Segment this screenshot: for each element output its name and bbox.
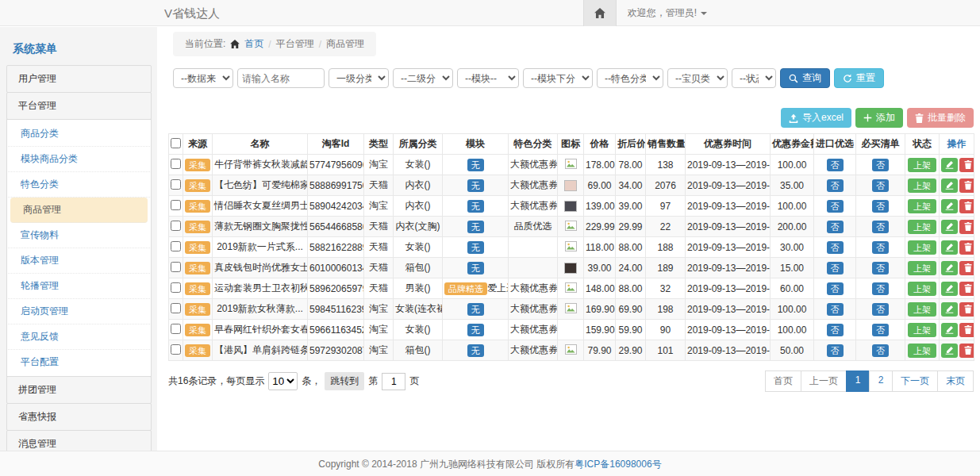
row-checkbox[interactable] — [171, 159, 181, 169]
batch-delete-button[interactable]: 批量删除 — [907, 108, 974, 128]
module-badge[interactable]: 无 — [467, 200, 484, 213]
module-badge[interactable]: 无 — [467, 303, 484, 316]
icp-link[interactable]: 粤ICP备16098006号 — [575, 459, 661, 470]
module-badge[interactable]: 无 — [467, 344, 484, 357]
delete-button[interactable] — [959, 199, 974, 213]
module-badge[interactable]: 无 — [467, 241, 484, 254]
import-select-toggle[interactable]: 否 — [827, 303, 844, 316]
sidebar-section-2[interactable]: 平台管理 — [6, 92, 152, 120]
sidebar-section-5[interactable]: 消息管理 — [6, 430, 152, 451]
status-button[interactable]: 上架 — [908, 323, 936, 337]
delete-button[interactable] — [959, 158, 974, 172]
filter-select-6[interactable]: --特色分类-- — [597, 68, 663, 88]
must-buy-toggle[interactable]: 否 — [872, 221, 889, 233]
row-checkbox[interactable] — [171, 241, 181, 251]
status-button[interactable]: 上架 — [908, 178, 936, 193]
delete-button[interactable] — [959, 323, 974, 337]
delete-button[interactable] — [959, 282, 974, 296]
import-select-toggle[interactable]: 否 — [827, 200, 844, 213]
sidebar-item[interactable]: 模块商品分类 — [8, 147, 150, 172]
row-checkbox[interactable] — [171, 324, 181, 334]
edit-button[interactable] — [941, 199, 958, 213]
filter-select-3[interactable]: --二级分类-- — [393, 68, 453, 88]
query-button[interactable]: 查询 — [780, 68, 830, 88]
import-select-toggle[interactable]: 否 — [827, 221, 844, 233]
must-buy-toggle[interactable]: 否 — [872, 324, 889, 336]
import-excel-button[interactable]: 导入excel — [781, 108, 851, 128]
must-buy-toggle[interactable]: 否 — [872, 179, 889, 192]
sidebar-section-4[interactable]: 省惠快报 — [6, 403, 152, 431]
edit-button[interactable] — [941, 282, 958, 296]
row-checkbox[interactable] — [171, 221, 181, 231]
module-badge[interactable]: 无 — [467, 159, 484, 171]
status-button[interactable]: 上架 — [908, 261, 936, 275]
jump-button[interactable]: 跳转到 — [325, 372, 364, 390]
module-badge[interactable]: 无 — [467, 262, 484, 274]
edit-button[interactable] — [941, 261, 958, 275]
filter-select-5[interactable]: --模块下分类-- — [523, 68, 593, 88]
select-all-checkbox[interactable] — [171, 138, 181, 148]
delete-button[interactable] — [959, 261, 974, 275]
status-button[interactable]: 上架 — [908, 158, 936, 172]
filter-select-4[interactable]: --模块-- — [457, 68, 519, 88]
delete-button[interactable] — [959, 178, 974, 193]
import-select-toggle[interactable]: 否 — [827, 324, 844, 336]
row-checkbox[interactable] — [171, 303, 181, 313]
per-page-select[interactable]: 10 — [268, 372, 298, 390]
must-buy-toggle[interactable]: 否 — [872, 200, 889, 213]
delete-button[interactable] — [959, 220, 974, 234]
add-button[interactable]: 添加 — [855, 108, 903, 128]
sidebar-item[interactable]: 商品管理 — [10, 198, 148, 223]
edit-button[interactable] — [941, 323, 958, 337]
sidebar-item[interactable]: 商品分类 — [8, 121, 150, 147]
import-select-toggle[interactable]: 否 — [827, 241, 844, 254]
sidebar-item[interactable]: 轮播管理 — [8, 274, 150, 299]
reset-button[interactable]: 重置 — [834, 68, 884, 88]
row-checkbox[interactable] — [171, 344, 181, 355]
pager-button[interactable]: 末页 — [937, 370, 974, 392]
delete-button[interactable] — [959, 344, 974, 358]
filter-select-1[interactable]: --数据来源-- — [173, 68, 233, 88]
row-checkbox[interactable] — [171, 179, 181, 190]
must-buy-toggle[interactable]: 否 — [872, 344, 889, 357]
module-badge[interactable]: 无 — [467, 221, 484, 233]
must-buy-toggle[interactable]: 否 — [872, 241, 889, 254]
import-select-toggle[interactable]: 否 — [827, 282, 844, 295]
edit-button[interactable] — [941, 344, 958, 358]
user-menu[interactable]: 欢迎您，管理员! — [617, 0, 718, 26]
row-checkbox[interactable] — [171, 262, 181, 272]
sidebar-section-1[interactable]: 用户管理 — [6, 65, 152, 93]
pager-button[interactable]: 2 — [869, 370, 893, 392]
filter-select-8[interactable]: --状态-- — [732, 68, 776, 88]
sidebar-section-3[interactable]: 拼团管理 — [6, 376, 152, 404]
home-button[interactable] — [583, 0, 617, 26]
import-select-toggle[interactable]: 否 — [827, 159, 844, 171]
sidebar-item[interactable]: 平台配置 — [8, 350, 150, 374]
row-checkbox[interactable] — [171, 282, 181, 293]
pager-button[interactable]: 下一页 — [892, 370, 938, 392]
sidebar-item[interactable]: 版本管理 — [8, 248, 150, 274]
edit-button[interactable] — [941, 220, 958, 234]
module-badge[interactable]: 无 — [467, 179, 484, 192]
status-button[interactable]: 上架 — [908, 282, 936, 296]
edit-button[interactable] — [941, 240, 958, 255]
delete-button[interactable] — [959, 302, 974, 317]
must-buy-toggle[interactable]: 否 — [872, 262, 889, 274]
import-select-toggle[interactable]: 否 — [827, 179, 844, 192]
sidebar-item[interactable]: 意见反馈 — [8, 324, 150, 350]
import-select-toggle[interactable]: 否 — [827, 344, 844, 357]
pager-button[interactable]: 1 — [846, 370, 870, 392]
edit-button[interactable] — [941, 302, 958, 317]
row-checkbox[interactable] — [171, 200, 181, 210]
must-buy-toggle[interactable]: 否 — [872, 159, 889, 171]
name-search-input[interactable] — [237, 68, 325, 88]
must-buy-toggle[interactable]: 否 — [872, 303, 889, 316]
breadcrumb-home-link[interactable]: 首页 — [244, 37, 263, 51]
sidebar-item[interactable]: 启动页管理 — [8, 299, 150, 324]
status-button[interactable]: 上架 — [908, 220, 936, 234]
edit-button[interactable] — [941, 178, 958, 193]
status-button[interactable]: 上架 — [908, 344, 936, 358]
filter-select-2[interactable]: 一级分类 — [329, 68, 389, 88]
status-button[interactable]: 上架 — [908, 240, 936, 255]
module-badge[interactable]: 无 — [467, 324, 484, 336]
